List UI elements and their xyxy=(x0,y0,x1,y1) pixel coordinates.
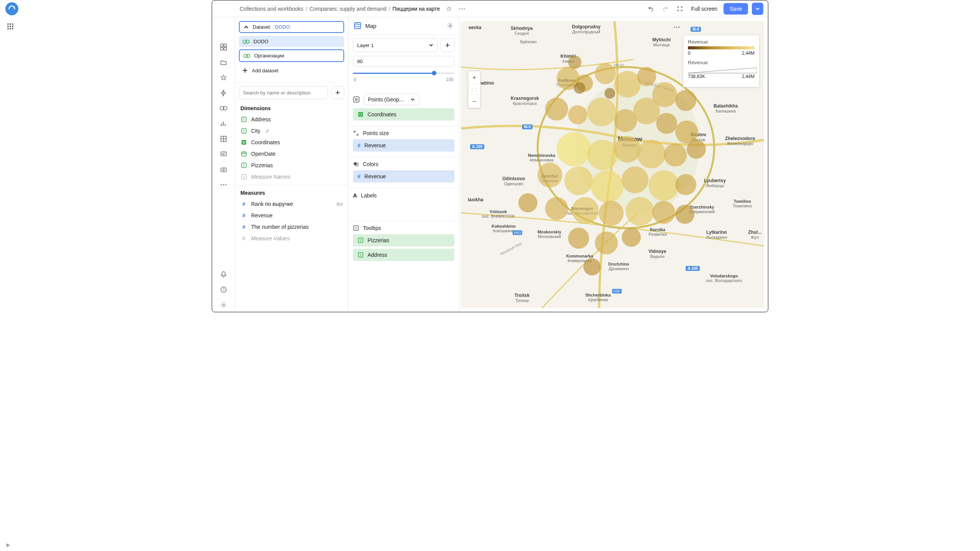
dataset-item-organizations[interactable]: Организации xyxy=(239,49,344,62)
svg-point-2 xyxy=(464,8,465,9)
field-address[interactable]: TAddress xyxy=(235,114,348,125)
chip-tooltip-address[interactable]: TAddress xyxy=(353,249,454,261)
svg-text:T: T xyxy=(359,253,362,257)
geo-type-select[interactable]: Points (Geop... xyxy=(364,94,419,105)
nav-help-icon[interactable]: ? xyxy=(217,283,230,297)
map-legend: Revenue 02,44M Revenue 738,83K2,44M xyxy=(683,35,760,87)
nav-chart-icon[interactable] xyxy=(217,117,230,130)
svg-point-1 xyxy=(462,8,463,9)
chip-size[interactable]: #Revenue xyxy=(353,139,454,152)
svg-text:T: T xyxy=(243,129,245,133)
fullscreen-icon[interactable] xyxy=(675,3,685,14)
svg-point-0 xyxy=(459,8,461,9)
colors-icon xyxy=(353,161,359,167)
svg-rect-39 xyxy=(242,152,246,156)
svg-point-27 xyxy=(222,304,224,306)
dataset-selector[interactable]: Dataset: DODO xyxy=(239,21,344,33)
field-rank[interactable]: #Rank по выручкеf(x) xyxy=(235,198,348,210)
zoom-out-button[interactable]: − xyxy=(468,95,480,108)
map-canvas[interactable]: eevka SkhodnyaСходня Брёхово Dolgoprudny… xyxy=(461,21,764,308)
svg-text:T: T xyxy=(359,239,362,243)
svg-rect-15 xyxy=(224,47,227,50)
labels-icon: A xyxy=(353,192,357,199)
nav-folder-icon[interactable] xyxy=(217,55,230,69)
save-chevron[interactable] xyxy=(752,3,763,15)
nav-monitor-icon[interactable] xyxy=(217,147,230,161)
svg-rect-19 xyxy=(221,152,226,156)
fullscreen-button[interactable]: Full screen xyxy=(689,4,720,13)
nav-star-icon[interactable] xyxy=(217,71,230,85)
save-button[interactable]: Save xyxy=(724,3,748,15)
add-layer-button[interactable] xyxy=(441,38,454,52)
chip-tooltip-pizzerias[interactable]: TPizzerias xyxy=(353,234,454,246)
tooltips-icon: T xyxy=(353,225,359,231)
undo-icon[interactable] xyxy=(645,3,656,14)
airport-vko-icon: VKO xyxy=(513,230,522,235)
svg-point-62 xyxy=(676,26,677,28)
redo-icon[interactable] xyxy=(660,3,671,14)
nav-dashboards-icon[interactable] xyxy=(217,40,230,54)
svg-point-21 xyxy=(223,169,224,171)
breadcrumb-root[interactable]: Collections and workbooks xyxy=(240,6,304,12)
svg-rect-48 xyxy=(358,112,363,117)
nav-grid-icon[interactable] xyxy=(217,132,230,146)
field-measure-values[interactable]: #Measure Values xyxy=(235,233,348,244)
add-dataset-button[interactable]: Add dataset xyxy=(239,65,344,76)
svg-point-47 xyxy=(356,99,358,101)
zoom-grip[interactable]: ⋮⋮ xyxy=(468,84,480,95)
chip-coordinates[interactable]: Coordinates xyxy=(353,108,454,121)
viz-type[interactable]: Map xyxy=(365,23,443,29)
nav-link-icon[interactable] xyxy=(217,101,230,115)
config-panel: Map Layer 1 80 0100 Points (Geop... Coor… xyxy=(348,17,459,312)
svg-text:?: ? xyxy=(222,288,225,292)
zoom-in-button[interactable]: + xyxy=(468,71,480,84)
dimensions-title: Dimensions xyxy=(235,103,348,114)
gear-icon[interactable] xyxy=(447,22,454,29)
left-nav: ? xyxy=(212,17,235,312)
field-coordinates[interactable]: Coordinates xyxy=(235,137,348,148)
svg-text:T: T xyxy=(355,227,357,230)
nav-bell-icon[interactable] xyxy=(217,267,230,281)
nav-more-icon[interactable] xyxy=(217,178,230,192)
opacity-slider[interactable] xyxy=(353,70,454,76)
svg-rect-14 xyxy=(220,47,223,50)
search-input[interactable] xyxy=(239,86,328,99)
field-pizzerias[interactable]: TPizzerias xyxy=(235,160,348,171)
measures-title: Measures xyxy=(235,187,348,198)
geo-icon xyxy=(353,96,360,103)
nav-bolt-icon[interactable] xyxy=(217,86,230,100)
breadcrumb-current[interactable]: Пиццерии на карте xyxy=(392,6,440,12)
more-icon[interactable] xyxy=(457,3,467,14)
svg-rect-13 xyxy=(224,44,227,47)
svg-point-63 xyxy=(678,26,679,28)
map-menu-icon[interactable] xyxy=(674,26,680,28)
size-triangle xyxy=(688,67,757,74)
link-icon xyxy=(265,129,270,134)
svg-text:T: T xyxy=(243,175,245,179)
add-field-button[interactable] xyxy=(331,86,344,99)
svg-text:T: T xyxy=(243,164,245,168)
nav-gear-icon[interactable] xyxy=(217,298,230,312)
field-revenue[interactable]: #Revenue xyxy=(235,210,348,221)
svg-rect-46 xyxy=(354,97,359,102)
field-num-pizzerias[interactable]: #The number of pizzerias xyxy=(235,221,348,233)
svg-rect-44 xyxy=(354,23,361,29)
nav-camera-icon[interactable] xyxy=(217,163,230,176)
star-icon[interactable] xyxy=(444,3,454,14)
opacity-input[interactable]: 80 xyxy=(353,56,454,67)
field-opendate[interactable]: OpenDate xyxy=(235,148,348,160)
svg-point-22 xyxy=(220,184,222,185)
datasets-panel: Dataset: DODO DODO Организации Add datas… xyxy=(235,17,348,312)
topbar: Collections and workbooks / Companies: s… xyxy=(212,0,768,17)
svg-point-38 xyxy=(243,142,244,143)
field-city[interactable]: TCity xyxy=(235,125,348,137)
zoom-control: + ⋮⋮ − xyxy=(468,71,481,108)
svg-point-61 xyxy=(674,26,675,28)
layer-select[interactable]: Layer 1 xyxy=(353,38,438,52)
svg-point-45 xyxy=(449,25,451,27)
field-measure-names[interactable]: TMeasure Names xyxy=(235,171,348,183)
map-viz-icon xyxy=(354,22,361,29)
chip-color[interactable]: #Revenue xyxy=(353,170,454,183)
breadcrumb-mid[interactable]: Companies: supply and demand xyxy=(309,6,386,12)
dataset-item-dodo[interactable]: DODO xyxy=(239,36,344,47)
